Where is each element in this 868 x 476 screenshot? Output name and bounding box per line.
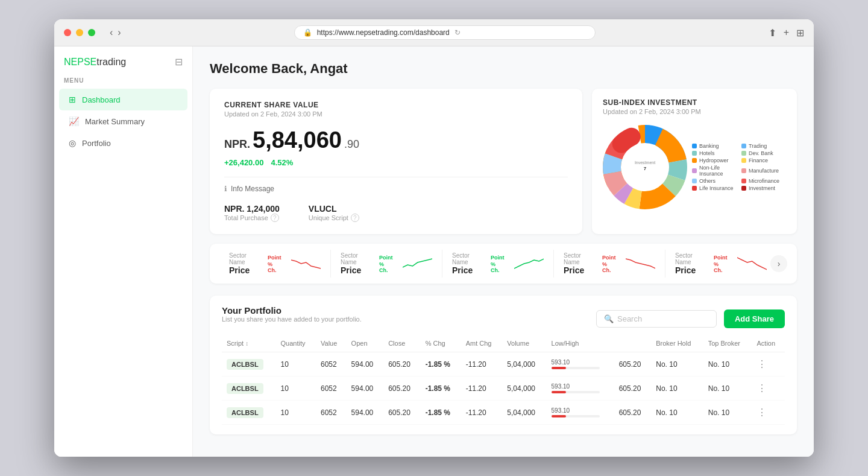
change-pct: 4.52% [271, 158, 293, 167]
table-row: ACLBSL 10 6052 594.00 605.20 -1.85 % -11… [222, 352, 785, 376]
volume-cell: 5,04,000 [502, 401, 546, 425]
sector-ticker-item: Sector Name Price Point % Ch. [442, 250, 554, 278]
top-broker-cell: No. 10 [703, 352, 752, 376]
col-value: Value [316, 335, 347, 352]
col-quantity: Quantity [275, 335, 316, 352]
sector-ticker-item: Sector Name Price Point % Ch. [665, 250, 770, 278]
pie-chart: Investment 7 [603, 125, 687, 209]
table-row: ACLBSL 10 6052 594.00 605.20 -1.85 % -11… [222, 376, 785, 401]
portfolio-section: Your Portfolio List you share you have a… [210, 296, 797, 434]
lowhigh-cell: 593.10 [547, 376, 614, 401]
col-open: Open [347, 335, 384, 352]
search-box[interactable]: 🔍 Search [596, 310, 717, 328]
share-decimal: .90 [344, 138, 359, 151]
share-currency: NPR. [224, 138, 250, 151]
close-cell: 605.20 [383, 352, 421, 376]
traffic-light-green[interactable] [88, 29, 95, 36]
script-badge: ACLBSL [227, 407, 263, 418]
sidebar-item-label: Portfolio [82, 139, 111, 148]
pie-legend: Banking Trading Hotels Dev. Bank Hydropo… [692, 143, 786, 191]
sector-price: Price [452, 265, 481, 275]
quantity-cell: 10 [275, 376, 316, 401]
info-icon: ℹ [224, 185, 227, 193]
high-cell: 605.20 [614, 352, 652, 376]
pch-cell: -1.85 % [421, 376, 461, 401]
high-cell: 605.20 [614, 376, 652, 401]
sector-name: Sector Name [564, 252, 593, 265]
logo-nepse: NEPSE [64, 57, 96, 67]
back-button[interactable]: ‹ [110, 27, 113, 38]
pch-cell: -1.85 % [421, 401, 461, 425]
page-title: Welcome Back, Angat [210, 61, 797, 77]
new-tab-icon[interactable]: + [784, 27, 789, 39]
action-dots[interactable]: ⋮ [757, 383, 767, 393]
share-value-card: CURRENT SHARE VALUE Updated on 2 Feb, 20… [210, 89, 582, 234]
col-pch: % Chg [421, 335, 461, 352]
menu-label: MENU [54, 77, 192, 89]
top-broker-cell: No. 10 [703, 376, 752, 401]
top-broker-cell: No. 10 [703, 401, 752, 425]
table-row: ACLBSL 10 6052 594.00 605.20 -1.85 % -11… [222, 401, 785, 425]
change-value: +26,420.00 [224, 158, 263, 167]
sector-price: Price [229, 265, 258, 275]
script-badge: ACLBSL [227, 383, 263, 394]
market-summary-icon: 📈 [69, 116, 79, 126]
share-icon[interactable]: ⬆ [769, 27, 776, 39]
sector-name: Sector Name [675, 252, 704, 265]
open-cell: 594.00 [347, 401, 384, 425]
sidebar-item-label: Dashboard [82, 95, 121, 104]
sector-name: Sector Name [229, 252, 258, 265]
close-cell: 605.20 [383, 401, 421, 425]
col-close: Close [383, 335, 421, 352]
open-cell: 594.00 [347, 352, 384, 376]
sector-name: Sector Name [341, 252, 370, 265]
sidebar-item-portfolio[interactable]: ◎ Portfolio [59, 132, 187, 154]
sector-name: Sector Name [452, 252, 481, 265]
volume-cell: 5,04,000 [502, 352, 546, 376]
traffic-light-red[interactable] [64, 29, 71, 36]
value-cell: 6052 [316, 376, 347, 401]
sector-ticker-item: Sector Name Price Point % Ch. [331, 250, 442, 278]
info-message-text: Info Message [231, 185, 274, 193]
action-dots[interactable]: ⋮ [757, 407, 767, 417]
share-value-updated: Updated on 2 Feb, 2024 3:00 PM [224, 110, 568, 118]
traffic-light-yellow[interactable] [76, 29, 83, 36]
sidebar-toggle-icon[interactable]: ⊟ [175, 56, 183, 68]
portfolio-table: Script ↕ Quantity Value Open Close % Chg… [222, 335, 785, 425]
subindex-card: SUB-INDEX INVESTMENT Updated on 2 Feb, 2… [592, 89, 797, 234]
sector-price: Price [341, 265, 370, 275]
help-icon: ? [271, 214, 279, 222]
subindex-title: SUB-INDEX INVESTMENT [603, 98, 786, 107]
sector-price: Price [564, 265, 593, 275]
sector-price: Price [675, 265, 704, 275]
total-purchase-value: NPR. 1,24,000 [224, 204, 280, 214]
broker-hold-cell: No. 10 [651, 376, 703, 401]
forward-button[interactable]: › [118, 27, 121, 38]
search-placeholder: Search [617, 314, 642, 323]
logo-trading: trading [96, 57, 126, 67]
col-script: Script ↕ [222, 335, 275, 352]
svg-text:7: 7 [644, 166, 647, 171]
unique-script-label: Unique Script [309, 214, 348, 221]
close-cell: 605.20 [383, 376, 421, 401]
value-cell: 6052 [316, 401, 347, 425]
url-bar[interactable]: https://www.nepsetrading.com/dashboard [317, 28, 450, 37]
volume-cell: 5,04,000 [502, 376, 546, 401]
extensions-icon[interactable]: ⊞ [796, 27, 804, 39]
subindex-updated: Updated on 2 Feb, 2024 3:00 PM [603, 108, 786, 115]
ticker-next-button[interactable]: › [770, 255, 787, 272]
total-purchase-label: Total Purchase [224, 214, 268, 221]
portfolio-subtitle: List you share you have added to your po… [222, 316, 362, 323]
col-top-broker: Top Broker [703, 335, 752, 352]
unique-script-help-icon: ? [351, 214, 359, 222]
quantity-cell: 10 [275, 401, 316, 425]
script-badge: ACLBSL [227, 359, 263, 370]
sidebar-item-dashboard[interactable]: ⊞ Dashboard [59, 89, 187, 110]
action-dots[interactable]: ⋮ [757, 359, 767, 369]
add-share-button[interactable]: Add Share [724, 309, 785, 328]
col-amt-chg: Amt Chg [461, 335, 503, 352]
quantity-cell: 10 [275, 352, 316, 376]
sidebar-item-market-summary[interactable]: 📈 Market Summary [59, 110, 187, 132]
lowhigh-cell: 593.10 [547, 352, 614, 376]
col-action: Action [752, 335, 785, 352]
